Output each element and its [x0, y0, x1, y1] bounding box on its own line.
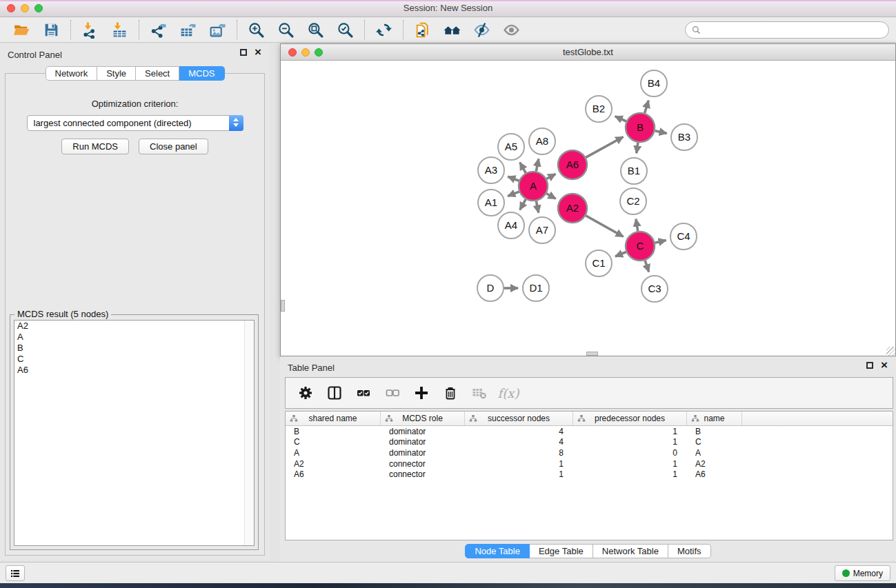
- mcds-result-item[interactable]: A6: [14, 365, 254, 376]
- cell-shared-name[interactable]: B: [286, 427, 381, 436]
- graph-edge-B-B4[interactable]: [645, 101, 649, 113]
- zoom-out-button[interactable]: [271, 18, 301, 41]
- graph-edge-B-B2[interactable]: [615, 116, 626, 121]
- graph-edge-C-C2[interactable]: [636, 219, 638, 232]
- run-mcds-button[interactable]: Run MCDS: [61, 139, 129, 154]
- network-maximize-button[interactable]: [315, 48, 323, 57]
- table-row[interactable]: Cdominator41C: [286, 437, 893, 448]
- cell-shared-name[interactable]: A2: [286, 459, 381, 469]
- tab-node-table[interactable]: Node Table: [465, 544, 530, 558]
- mcds-result-item[interactable]: A: [14, 332, 254, 343]
- graph-node-A[interactable]: A: [519, 172, 548, 201]
- close-panel-button[interactable]: Close panel: [139, 139, 208, 154]
- graph-node-A3[interactable]: A3: [478, 157, 504, 183]
- cell-predecessor-nodes[interactable]: 0: [573, 448, 687, 458]
- column-header-successor-nodes[interactable]: successor nodes: [465, 412, 573, 425]
- graph-node-A8[interactable]: A8: [529, 128, 555, 154]
- graph-node-C3[interactable]: C3: [641, 276, 668, 302]
- cell-successor-nodes[interactable]: 8: [465, 448, 573, 458]
- tab-motifs[interactable]: Motifs: [668, 544, 711, 558]
- vertical-scrollbar[interactable]: [281, 300, 285, 312]
- tab-select[interactable]: Select: [136, 66, 179, 81]
- result-list-scrollbar[interactable]: [244, 321, 254, 545]
- column-header-name[interactable]: name: [687, 412, 742, 425]
- export-image-button[interactable]: [203, 18, 232, 41]
- column-header-shared-name[interactable]: shared name: [286, 412, 381, 425]
- tab-edge-table[interactable]: Edge Table: [530, 544, 593, 558]
- table-panel-close-icon[interactable]: ×: [881, 362, 888, 369]
- cell-predecessor-nodes[interactable]: 1: [573, 459, 687, 469]
- control-panel-float-icon[interactable]: [240, 49, 247, 56]
- import-table-button[interactable]: [105, 18, 135, 41]
- minimize-window-button[interactable]: [21, 4, 29, 12]
- graph-node-C1[interactable]: C1: [586, 250, 612, 276]
- task-history-button[interactable]: [6, 565, 25, 581]
- graph-edge-C-C4[interactable]: [655, 241, 666, 243]
- close-window-button[interactable]: [7, 4, 15, 12]
- new-network-from-selection-button[interactable]: [408, 18, 437, 41]
- graph-node-D1[interactable]: D1: [523, 275, 549, 301]
- graph-edge-A-A3[interactable]: [508, 176, 519, 181]
- table-panel-float-icon[interactable]: [866, 362, 873, 369]
- graph-node-A6[interactable]: A6: [558, 150, 587, 179]
- cell-successor-nodes[interactable]: 4: [465, 437, 573, 447]
- horizontal-scrollbar[interactable]: [586, 352, 598, 356]
- graph-node-B1[interactable]: B1: [621, 158, 647, 184]
- add-column-button[interactable]: [408, 380, 435, 406]
- cell-name[interactable]: C: [687, 437, 742, 447]
- graph-node-A2[interactable]: A2: [558, 194, 587, 223]
- graph-edge-A-A1[interactable]: [508, 192, 519, 196]
- memory-button[interactable]: Memory: [835, 565, 890, 581]
- graph-edge-B-B3[interactable]: [655, 131, 667, 134]
- show-all-button[interactable]: [497, 18, 526, 41]
- cell-shared-name[interactable]: A: [286, 448, 381, 458]
- graph-node-C[interactable]: C: [626, 232, 655, 261]
- cell-predecessor-nodes[interactable]: 1: [573, 437, 687, 447]
- cell-successor-nodes[interactable]: 1: [465, 459, 573, 469]
- cell-MCDS-role[interactable]: dominator: [381, 448, 465, 458]
- graph-edge-A-A5[interactable]: [520, 163, 526, 173]
- cell-successor-nodes[interactable]: 4: [465, 427, 573, 436]
- graph-node-C4[interactable]: C4: [670, 223, 697, 250]
- graph-edge-C-C3[interactable]: [645, 261, 649, 272]
- graph-edge-A-A4[interactable]: [520, 199, 526, 210]
- graph-edge-A2-C[interactable]: [586, 216, 623, 237]
- search-box[interactable]: [685, 21, 889, 39]
- graph-node-A5[interactable]: A5: [498, 134, 524, 160]
- refresh-button[interactable]: [369, 18, 399, 41]
- export-network-button[interactable]: [143, 18, 173, 41]
- table-row[interactable]: Adominator80A: [286, 447, 893, 458]
- cell-MCDS-role[interactable]: connector: [381, 459, 465, 469]
- graph-edge-A-A8[interactable]: [536, 159, 539, 172]
- graph-edge-A-A6[interactable]: [546, 174, 555, 179]
- tab-style[interactable]: Style: [97, 66, 136, 81]
- search-input[interactable]: [701, 25, 888, 35]
- cell-name[interactable]: A6: [687, 469, 742, 479]
- control-panel-close-icon[interactable]: ×: [255, 49, 261, 56]
- table-row[interactable]: A6connector11A6: [286, 469, 893, 480]
- graph-node-B[interactable]: B: [626, 113, 655, 142]
- export-table-button[interactable]: [173, 18, 203, 41]
- graph-node-B3[interactable]: B3: [671, 124, 697, 150]
- tab-mcds[interactable]: MCDS: [179, 66, 224, 81]
- first-neighbors-button[interactable]: [437, 18, 467, 41]
- cell-shared-name[interactable]: A6: [286, 469, 381, 479]
- table-row[interactable]: Bdominator41B: [286, 426, 893, 437]
- select-all-button[interactable]: [350, 380, 377, 406]
- network-window-titlebar[interactable]: testGlobe.txt: [281, 44, 895, 61]
- tab-network[interactable]: Network: [45, 66, 97, 81]
- tab-network-table[interactable]: Network Table: [593, 544, 668, 558]
- table-row[interactable]: A2connector11A2: [286, 458, 893, 469]
- resize-grip[interactable]: [886, 347, 895, 356]
- graph-edge-C-C1[interactable]: [615, 252, 626, 257]
- zoom-selected-button[interactable]: [330, 18, 360, 41]
- cell-name[interactable]: A: [687, 448, 742, 458]
- graph-node-A4[interactable]: A4: [498, 212, 524, 239]
- graph-node-B2[interactable]: B2: [586, 96, 612, 122]
- network-minimize-button[interactable]: [301, 48, 310, 57]
- graph-node-A7[interactable]: A7: [529, 217, 555, 243]
- cell-MCDS-role[interactable]: dominator: [381, 437, 465, 447]
- mcds-result-item[interactable]: B: [14, 343, 254, 354]
- zoom-fit-button[interactable]: [301, 18, 330, 41]
- settings-gear-button[interactable]: [292, 380, 319, 406]
